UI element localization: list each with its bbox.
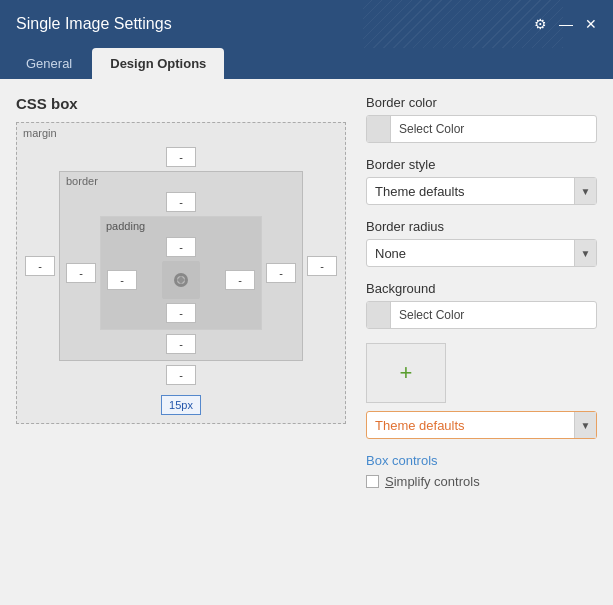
padding-left-input[interactable] <box>107 270 137 290</box>
border-style-group: Border style Theme defaults ▼ <box>366 157 597 205</box>
section-title-css-box: CSS box <box>16 95 346 112</box>
margin-top-row <box>25 147 337 167</box>
border-radius-dropdown[interactable]: None ▼ <box>366 239 597 267</box>
padding-middle-row <box>107 261 255 299</box>
border-radius-value: None <box>367 246 574 261</box>
border-top-input[interactable] <box>166 192 196 212</box>
background-color-swatch <box>367 302 391 328</box>
border-middle-row: padding <box>66 216 296 330</box>
border-label: border <box>66 175 98 187</box>
margin-left-input[interactable] <box>25 256 55 276</box>
padding-top-input[interactable] <box>166 237 196 257</box>
margin-bottom-input[interactable] <box>166 365 196 385</box>
element-icon <box>162 261 200 299</box>
theme-defaults-arrow: ▼ <box>574 412 596 438</box>
border-box: border padding <box>59 171 303 361</box>
simplify-label: Simplify controls <box>385 474 480 489</box>
background-color-button[interactable]: Select Color <box>366 301 597 329</box>
border-bottom-input[interactable] <box>166 334 196 354</box>
background-color-text: Select Color <box>391 308 472 322</box>
border-color-label: Border color <box>366 95 597 110</box>
theme-defaults-value: Theme defaults <box>367 418 574 433</box>
padding-top-row <box>107 237 255 257</box>
border-color-text: Select Color <box>391 122 472 136</box>
margin-middle-row: border padding <box>25 171 337 361</box>
theme-defaults-dropdown[interactable]: Theme defaults ▼ <box>366 411 597 439</box>
tab-design-options[interactable]: Design Options <box>92 48 224 79</box>
border-color-button[interactable]: Select Color <box>366 115 597 143</box>
margin-right-input[interactable] <box>307 256 337 276</box>
window-title: Single Image Settings <box>16 15 172 33</box>
gear-icon[interactable]: ⚙ <box>534 16 547 32</box>
border-style-dropdown[interactable]: Theme defaults ▼ <box>366 177 597 205</box>
padding-label: padding <box>106 220 145 232</box>
simplify-checkbox[interactable] <box>366 475 379 488</box>
plus-icon: + <box>400 360 413 386</box>
minimize-icon[interactable]: — <box>559 16 573 32</box>
padding-right-input[interactable] <box>225 270 255 290</box>
padding-box: padding <box>100 216 262 330</box>
css-box-panel: CSS box margin border <box>16 95 346 580</box>
main-content: CSS box margin border <box>0 79 613 596</box>
outer-value-row <box>25 395 337 415</box>
border-top-row <box>66 192 296 212</box>
background-group: Background Select Color <box>366 281 597 329</box>
margin-label: margin <box>23 127 57 139</box>
outer-value-input[interactable] <box>161 395 201 415</box>
border-style-value: Theme defaults <box>367 184 574 199</box>
right-panel: Border color Select Color Border style T… <box>366 95 597 580</box>
border-radius-arrow: ▼ <box>574 240 596 266</box>
margin-bottom-row <box>25 365 337 385</box>
tabs-bar: General Design Options <box>0 48 613 79</box>
theme-defaults-group: Theme defaults ▼ <box>366 411 597 439</box>
border-bottom-row <box>66 334 296 354</box>
image-upload-box[interactable]: + <box>366 343 446 403</box>
border-color-group: Border color Select Color <box>366 95 597 143</box>
box-controls-section: Box controls Simplify controls <box>366 453 597 489</box>
css-box-outer: margin border <box>16 122 346 424</box>
border-style-arrow: ▼ <box>574 178 596 204</box>
tab-general[interactable]: General <box>8 48 90 79</box>
border-color-swatch <box>367 116 391 142</box>
border-right-input[interactable] <box>266 263 296 283</box>
background-label: Background <box>366 281 597 296</box>
padding-bottom-input[interactable] <box>166 303 196 323</box>
border-style-label: Border style <box>366 157 597 172</box>
padding-bottom-row <box>107 303 255 323</box>
border-radius-group: Border radius None ▼ <box>366 219 597 267</box>
border-radius-label: Border radius <box>366 219 597 234</box>
border-left-input[interactable] <box>66 263 96 283</box>
window-controls: ⚙ — ✕ <box>534 16 597 32</box>
box-controls-link[interactable]: Box controls <box>366 453 597 468</box>
simplify-row: Simplify controls <box>366 474 597 489</box>
margin-top-input[interactable] <box>166 147 196 167</box>
close-icon[interactable]: ✕ <box>585 16 597 32</box>
title-bar: Single Image Settings ⚙ — ✕ <box>0 0 613 48</box>
